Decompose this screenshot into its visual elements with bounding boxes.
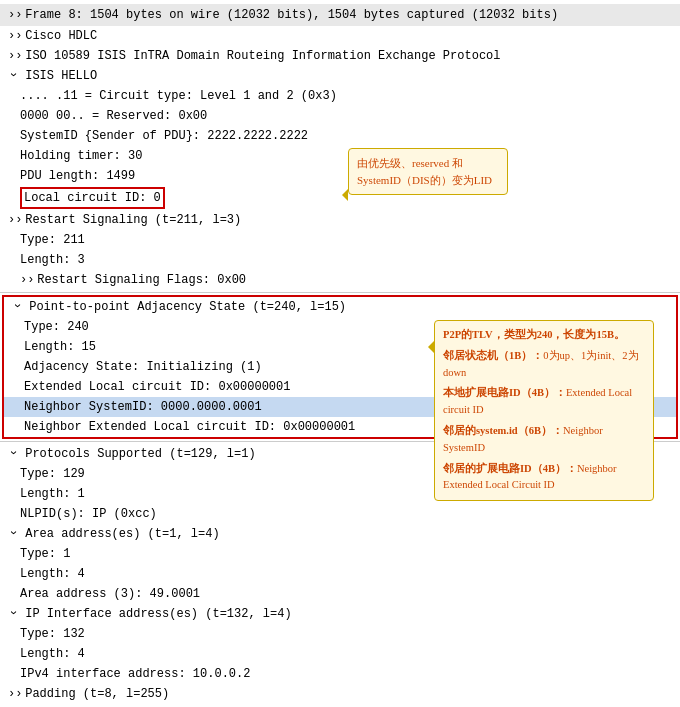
- area-line: › Area address(es) (t=1, l=4): [0, 524, 680, 544]
- len4b-line: Length: 4: [0, 644, 680, 664]
- frame-arrow[interactable]: ›: [8, 6, 18, 24]
- local-circuit-text: Local circuit ID: 0: [20, 187, 165, 209]
- callout-lid: 由优先级、reserved 和SystemID（DIS的）变为LID: [348, 148, 508, 195]
- hdlc-text: Cisco HDLC: [25, 29, 97, 43]
- packet-tree: › Frame 8: 1504 bytes on wire (12032 bit…: [0, 0, 680, 707]
- len15-text: Length: 15: [24, 340, 96, 354]
- callout2-ext-local: 本地扩展电路ID（4B）：Extended Local circuit ID: [443, 385, 645, 419]
- nbr-sysid-text: Neighbor SystemID: 0000.0000.0001: [24, 400, 262, 414]
- sysid-line: SystemID {Sender of PDU}: 2222.2222.2222: [0, 126, 680, 146]
- hdlc-arrow[interactable]: ›: [8, 27, 18, 45]
- iso-arrow[interactable]: ›: [8, 47, 18, 65]
- padding1-line: › Padding (t=8, l=255): [0, 684, 680, 704]
- frame-text: Frame 8: 1504 bytes on wire (12032 bits)…: [25, 8, 558, 22]
- p2p-arrow[interactable]: ›: [8, 302, 26, 312]
- adj-state-text: Adjacency State: Initializing (1): [24, 360, 262, 374]
- sysid-text: SystemID {Sender of PDU}: 2222.2222.2222: [20, 129, 308, 143]
- len3-text: Length: 3: [20, 253, 85, 267]
- restart-flags-line: › Restart Signaling Flags: 0x00: [0, 270, 680, 290]
- pdu-text: PDU length: 1499: [20, 169, 135, 183]
- iso-line: › ISO 10589 ISIS InTRA Domain Routeing I…: [0, 46, 680, 66]
- type129-text: Type: 129: [20, 467, 85, 481]
- len4a-line: Length: 4: [0, 564, 680, 584]
- restart-text: Restart Signaling (t=211, l=3): [25, 213, 241, 227]
- callout2-p2p-title: P2P的TLV，类型为240，长度为15B。: [443, 327, 645, 344]
- pdu-line: PDU length: 1499: [0, 166, 680, 186]
- restart-arrow[interactable]: ›: [8, 211, 18, 229]
- type1-line: Type: 1: [0, 544, 680, 564]
- area-addr-line: Area address (3): 49.0001: [0, 584, 680, 604]
- type211-text: Type: 211: [20, 233, 85, 247]
- holding-line: Holding timer: 30: [0, 146, 680, 166]
- type211-line: Type: 211: [0, 230, 680, 250]
- restart-flags-arrow[interactable]: ›: [20, 271, 30, 289]
- ip-interface-text: IP Interface address(es) (t=132, l=4): [25, 607, 291, 621]
- callout1-text: 由优先级、reserved 和SystemID（DIS的）变为LID: [357, 157, 492, 186]
- ip-interface-arrow[interactable]: ›: [4, 609, 22, 619]
- isis-text: ISIS HELLO: [25, 69, 97, 83]
- padding1-text: Padding (t=8, l=255): [25, 687, 169, 701]
- ext-local-text: Extended Local circuit ID: 0x00000001: [24, 380, 290, 394]
- len1-text: Length: 1: [20, 487, 85, 501]
- isis-line: › ISIS HELLO: [0, 66, 680, 86]
- callout2-nbr-sysid: 邻居的system.id（6B）：Neighbor SystemID: [443, 423, 645, 457]
- reserved-text: 0000 00.. = Reserved: 0x00: [20, 109, 207, 123]
- padding1-arrow[interactable]: ›: [8, 685, 18, 703]
- ipv4-text: IPv4 interface address: 10.0.0.2: [20, 667, 250, 681]
- ipv4-line: IPv4 interface address: 10.0.0.2: [0, 664, 680, 684]
- circuit-text: .... .11 = Circuit type: Level 1 and 2 (…: [20, 89, 337, 103]
- frame-line: › Frame 8: 1504 bytes on wire (12032 bit…: [0, 4, 680, 26]
- restart-line: › Restart Signaling (t=211, l=3): [0, 210, 680, 230]
- reserved-line: 0000 00.. = Reserved: 0x00: [0, 106, 680, 126]
- protocols-text: Protocols Supported (t=129, l=1): [25, 447, 255, 461]
- area-arrow[interactable]: ›: [4, 529, 22, 539]
- type1-text: Type: 1: [20, 547, 70, 561]
- nlpid-text: NLPID(s): IP (0xcc): [20, 507, 157, 521]
- protocols-arrow[interactable]: ›: [4, 449, 22, 459]
- holding-text: Holding timer: 30: [20, 149, 142, 163]
- area-text: Area address(es) (t=1, l=4): [25, 527, 219, 541]
- len3-line: Length: 3: [0, 250, 680, 270]
- p2p-text: Point-to-point Adjacency State (t=240, l…: [29, 300, 346, 314]
- callout2-nbr-ext: 邻居的扩展电路ID（4B）：Neighbor Extended Local Ci…: [443, 461, 645, 495]
- circuit-line: .... .11 = Circuit type: Level 1 and 2 (…: [0, 86, 680, 106]
- isis-arrow[interactable]: ›: [4, 71, 22, 81]
- p2p-line: › Point-to-point Adjacency State (t=240,…: [4, 297, 676, 317]
- type240-text: Type: 240: [24, 320, 89, 334]
- type132-line: Type: 132: [0, 624, 680, 644]
- type132-text: Type: 132: [20, 627, 85, 641]
- ip-interface-line: › IP Interface address(es) (t=132, l=4): [0, 604, 680, 624]
- len4a-text: Length: 4: [20, 567, 85, 581]
- nlpid-line: NLPID(s): IP (0xcc): [0, 504, 680, 524]
- callout-p2p: P2P的TLV，类型为240，长度为15B。 邻居状态机（1B）：0为up、1为…: [434, 320, 654, 501]
- len4b-text: Length: 4: [20, 647, 85, 661]
- nbr-ext-text: Neighbor Extended Local circuit ID: 0x00…: [24, 420, 355, 434]
- hdlc-line: › Cisco HDLC: [0, 26, 680, 46]
- restart-flags-text: Restart Signaling Flags: 0x00: [37, 273, 246, 287]
- area-addr-text: Area address (3): 49.0001: [20, 587, 200, 601]
- iso-text: ISO 10589 ISIS InTRA Domain Routeing Inf…: [25, 49, 500, 63]
- callout2-adj-state: 邻居状态机（1B）：0为up、1为init、2为down: [443, 348, 645, 382]
- separator1: [0, 292, 680, 293]
